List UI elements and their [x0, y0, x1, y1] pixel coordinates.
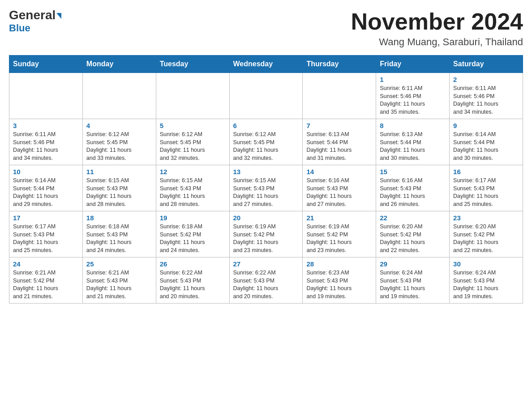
header-sunday: Sunday — [9, 56, 83, 73]
day-number: 20 — [233, 214, 299, 222]
calendar-cell — [9, 73, 83, 119]
calendar-cell: 7Sunrise: 6:13 AMSunset: 5:44 PMDaylight… — [303, 119, 376, 165]
logo-text: General — [9, 9, 61, 21]
week-row-1: 1Sunrise: 6:11 AMSunset: 5:46 PMDaylight… — [9, 73, 523, 119]
day-number: 29 — [380, 260, 446, 268]
calendar-cell: 28Sunrise: 6:23 AMSunset: 5:43 PMDayligh… — [303, 257, 376, 304]
calendar-cell: 6Sunrise: 6:12 AMSunset: 5:45 PMDaylight… — [229, 119, 303, 165]
day-number: 26 — [160, 260, 226, 268]
day-number: 4 — [86, 122, 152, 129]
day-number: 11 — [86, 168, 152, 176]
calendar-cell: 20Sunrise: 6:19 AMSunset: 5:42 PMDayligh… — [229, 211, 303, 257]
page-header: General Blue November 2024 Wang Muang, S… — [9, 9, 523, 48]
calendar-cell: 29Sunrise: 6:24 AMSunset: 5:43 PMDayligh… — [376, 257, 450, 304]
calendar-cell: 9Sunrise: 6:14 AMSunset: 5:44 PMDaylight… — [450, 119, 523, 165]
day-number: 13 — [233, 168, 299, 176]
calendar-cell: 25Sunrise: 6:21 AMSunset: 5:43 PMDayligh… — [82, 257, 156, 304]
day-info: Sunrise: 6:11 AMSunset: 5:46 PMDaylight:… — [453, 85, 519, 116]
day-number: 1 — [380, 76, 446, 83]
day-number: 14 — [306, 168, 372, 176]
day-number: 8 — [380, 122, 446, 129]
day-number: 30 — [453, 260, 519, 268]
day-info: Sunrise: 6:17 AMSunset: 5:43 PMDaylight:… — [13, 223, 79, 254]
day-number: 5 — [160, 122, 226, 129]
day-number: 15 — [380, 168, 446, 176]
day-number: 23 — [453, 214, 519, 222]
day-info: Sunrise: 6:13 AMSunset: 5:44 PMDaylight:… — [306, 131, 372, 162]
calendar-cell: 15Sunrise: 6:16 AMSunset: 5:43 PMDayligh… — [376, 165, 450, 211]
calendar-cell — [229, 73, 303, 119]
calendar-cell — [303, 73, 376, 119]
day-info: Sunrise: 6:11 AMSunset: 5:46 PMDaylight:… — [13, 131, 79, 162]
weekday-header-row: Sunday Monday Tuesday Wednesday Thursday… — [9, 56, 523, 73]
day-info: Sunrise: 6:14 AMSunset: 5:44 PMDaylight:… — [453, 131, 519, 162]
calendar-cell: 23Sunrise: 6:20 AMSunset: 5:42 PMDayligh… — [450, 211, 523, 257]
calendar-cell: 19Sunrise: 6:18 AMSunset: 5:42 PMDayligh… — [156, 211, 229, 257]
month-title: November 2024 — [351, 9, 523, 34]
day-info: Sunrise: 6:24 AMSunset: 5:43 PMDaylight:… — [453, 269, 519, 300]
calendar-cell: 1Sunrise: 6:11 AMSunset: 5:46 PMDaylight… — [376, 73, 450, 119]
day-number: 18 — [86, 214, 152, 222]
calendar-cell: 26Sunrise: 6:22 AMSunset: 5:43 PMDayligh… — [156, 257, 229, 304]
week-row-4: 17Sunrise: 6:17 AMSunset: 5:43 PMDayligh… — [9, 211, 523, 257]
header-saturday: Saturday — [450, 56, 523, 73]
week-row-2: 3Sunrise: 6:11 AMSunset: 5:46 PMDaylight… — [9, 119, 523, 165]
day-number: 25 — [86, 260, 152, 268]
calendar-cell: 4Sunrise: 6:12 AMSunset: 5:45 PMDaylight… — [82, 119, 156, 165]
day-number: 19 — [160, 214, 226, 222]
logo: General Blue — [9, 9, 61, 34]
day-number: 3 — [13, 122, 79, 129]
day-info: Sunrise: 6:21 AMSunset: 5:42 PMDaylight:… — [13, 269, 79, 300]
calendar-cell: 5Sunrise: 6:12 AMSunset: 5:45 PMDaylight… — [156, 119, 229, 165]
day-info: Sunrise: 6:20 AMSunset: 5:42 PMDaylight:… — [380, 223, 446, 254]
calendar-cell: 3Sunrise: 6:11 AMSunset: 5:46 PMDaylight… — [9, 119, 83, 165]
day-info: Sunrise: 6:17 AMSunset: 5:43 PMDaylight:… — [453, 177, 519, 208]
logo-subtext: Blue — [9, 22, 30, 34]
calendar-cell: 12Sunrise: 6:15 AMSunset: 5:43 PMDayligh… — [156, 165, 229, 211]
day-info: Sunrise: 6:13 AMSunset: 5:44 PMDaylight:… — [380, 131, 446, 162]
day-number: 2 — [453, 76, 519, 83]
day-info: Sunrise: 6:15 AMSunset: 5:43 PMDaylight:… — [160, 177, 226, 208]
calendar-cell — [82, 73, 156, 119]
day-number: 28 — [306, 260, 372, 268]
header-wednesday: Wednesday — [229, 56, 303, 73]
day-number: 16 — [453, 168, 519, 176]
calendar-cell — [156, 73, 229, 119]
calendar-cell: 8Sunrise: 6:13 AMSunset: 5:44 PMDaylight… — [376, 119, 450, 165]
day-number: 24 — [13, 260, 79, 268]
day-info: Sunrise: 6:14 AMSunset: 5:44 PMDaylight:… — [13, 177, 79, 208]
day-info: Sunrise: 6:22 AMSunset: 5:43 PMDaylight:… — [233, 269, 299, 300]
day-info: Sunrise: 6:22 AMSunset: 5:43 PMDaylight:… — [160, 269, 226, 300]
day-info: Sunrise: 6:16 AMSunset: 5:43 PMDaylight:… — [380, 177, 446, 208]
calendar-cell: 27Sunrise: 6:22 AMSunset: 5:43 PMDayligh… — [229, 257, 303, 304]
calendar-cell: 21Sunrise: 6:19 AMSunset: 5:42 PMDayligh… — [303, 211, 376, 257]
week-row-3: 10Sunrise: 6:14 AMSunset: 5:44 PMDayligh… — [9, 165, 523, 211]
day-info: Sunrise: 6:12 AMSunset: 5:45 PMDaylight:… — [160, 131, 226, 162]
calendar-cell: 17Sunrise: 6:17 AMSunset: 5:43 PMDayligh… — [9, 211, 83, 257]
header-tuesday: Tuesday — [156, 56, 229, 73]
day-info: Sunrise: 6:20 AMSunset: 5:42 PMDaylight:… — [453, 223, 519, 254]
calendar-cell: 10Sunrise: 6:14 AMSunset: 5:44 PMDayligh… — [9, 165, 83, 211]
title-area: November 2024 Wang Muang, Saraburi, Thai… — [351, 9, 523, 48]
day-number: 7 — [306, 122, 372, 129]
calendar-cell: 11Sunrise: 6:15 AMSunset: 5:43 PMDayligh… — [82, 165, 156, 211]
day-number: 9 — [453, 122, 519, 129]
day-number: 22 — [380, 214, 446, 222]
day-number: 21 — [306, 214, 372, 222]
calendar-table: Sunday Monday Tuesday Wednesday Thursday… — [9, 55, 523, 304]
day-info: Sunrise: 6:16 AMSunset: 5:43 PMDaylight:… — [306, 177, 372, 208]
day-info: Sunrise: 6:19 AMSunset: 5:42 PMDaylight:… — [233, 223, 299, 254]
calendar-cell: 14Sunrise: 6:16 AMSunset: 5:43 PMDayligh… — [303, 165, 376, 211]
calendar-cell: 2Sunrise: 6:11 AMSunset: 5:46 PMDaylight… — [450, 73, 523, 119]
calendar-cell: 16Sunrise: 6:17 AMSunset: 5:43 PMDayligh… — [450, 165, 523, 211]
day-info: Sunrise: 6:24 AMSunset: 5:43 PMDaylight:… — [380, 269, 446, 300]
location-title: Wang Muang, Saraburi, Thailand — [351, 36, 523, 48]
calendar-cell: 30Sunrise: 6:24 AMSunset: 5:43 PMDayligh… — [450, 257, 523, 304]
day-info: Sunrise: 6:19 AMSunset: 5:42 PMDaylight:… — [306, 223, 372, 254]
calendar-cell: 13Sunrise: 6:15 AMSunset: 5:43 PMDayligh… — [229, 165, 303, 211]
header-friday: Friday — [376, 56, 450, 73]
day-info: Sunrise: 6:18 AMSunset: 5:43 PMDaylight:… — [86, 223, 152, 254]
week-row-5: 24Sunrise: 6:21 AMSunset: 5:42 PMDayligh… — [9, 257, 523, 304]
calendar-cell: 24Sunrise: 6:21 AMSunset: 5:42 PMDayligh… — [9, 257, 83, 304]
day-info: Sunrise: 6:12 AMSunset: 5:45 PMDaylight:… — [233, 131, 299, 162]
